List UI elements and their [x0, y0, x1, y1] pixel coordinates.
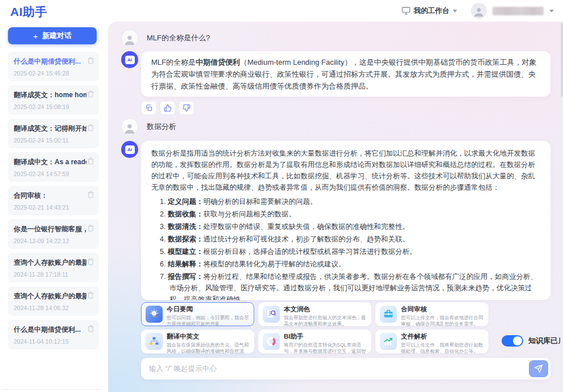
card-text-polish[interactable]: 本文润色 我会帮助您进行您输入的文本润色，提高文本的流畅度和表达效果。 [258, 302, 371, 326]
toggle-switch-on[interactable] [502, 335, 523, 347]
card-desc: 您可以问我，例如：今日要闻，我会尽力提供准确和可靠的答案。 [167, 315, 249, 327]
chat-panel: MLF的全称是什么? AI MLF的全称是中期借贷便利（Medium-term … [108, 22, 563, 392]
card-file-parse[interactable]: 文件解析 您可以上传文件，我将帮助您进行如数据处理、信息检索、自动化办公等。 [375, 330, 489, 353]
conversation-title: 翻译成中文：As a reader... [14, 157, 86, 167]
conversation-title: 什么是中期借贷便利... [14, 57, 86, 66]
user-message: MLF的全称是什么? [121, 30, 210, 47]
trash-icon[interactable] [87, 57, 94, 64]
conversation-item[interactable]: 翻译成英文：home home 2025-02-24 15:08:19 [8, 85, 99, 115]
user-avatar [121, 118, 138, 135]
conversation-title: 查询个人存款账户的最新... [14, 291, 86, 301]
feature-cards: 今日要闻 您可以问我，例如：今日要闻，我会尽力提供准确和可靠的答案。 本文润色 … [141, 302, 489, 353]
card-desc: 将用户的自然语言转化为SQL查询语句，并直接与数据库进行交互，返回智能推荐的图表… [284, 342, 366, 354]
list-item: 3. 数据清洗：处理数据中的错误、重复或缺失值，确保数据的准确性和完整性。 [160, 221, 540, 232]
sidebar-divider [1, 389, 102, 390]
doc-polish-icon [263, 306, 280, 323]
ai-steps-list: 1. 定义问题：明确分析的目标和需要解决的问题。 2. 数据收集：获取与分析问题… [151, 196, 540, 300]
conversation-date: 2025-02-24 14:57:59 [14, 170, 93, 177]
card-desc: 我会帮助您进行您输入的文本润色，提高文本的流畅度和表达效果。 [284, 315, 366, 327]
conversation-date: 2025-02-24 15:00:11 [14, 137, 93, 144]
top-header: AI助手 我的工作台 [0, 0, 563, 22]
card-contract-review[interactable]: 合同审核 您可以上传文件，我会有效地进行合同审核，确保合同满足您的业务需求。 [375, 302, 489, 326]
person-icon [473, 6, 485, 18]
conversation-item[interactable]: 什么是中期借贷便利... 2025-02-24 15:45:28 [8, 52, 99, 81]
conversation-title: 翻译成英文：home home [14, 90, 86, 100]
sidebar: + 新建对话 什么是中期借贷便利... 2025-02-24 15:45:28 … [0, 22, 108, 392]
ai-avatar: AI [121, 141, 138, 158]
trash-icon[interactable] [87, 90, 94, 98]
conversation-date: 2025-02-24 15:08:19 [14, 103, 93, 110]
trash-icon[interactable] [87, 258, 94, 265]
app-logo: AI助手 [10, 4, 47, 20]
avatar[interactable] [471, 3, 487, 19]
conversation-title: 什么是中期借贷便利... [14, 325, 86, 335]
ai-avatar: AI [121, 51, 138, 68]
copy-icon [145, 104, 153, 112]
conversation-item[interactable]: 什么是中期借贷便利... 2024-11-04 10:12:15 [8, 320, 99, 349]
conversation-date: 2024-12-09 14:22:12 [14, 237, 93, 244]
new-chat-button[interactable]: + 新建对话 [8, 27, 97, 44]
scrollbar-thumb[interactable] [561, 23, 563, 97]
conversation-item[interactable]: 合同审核： 2025-02-21 14:43:21 [8, 186, 99, 215]
plus-icon: + [33, 31, 38, 41]
ai-message-text: MLF的全称是 [151, 58, 196, 66]
ai-message: 数据分析是指用适当的统计分析方法对收集来的大量数据进行分析，将它们加以汇总和理解… [141, 141, 550, 300]
workspace-label: 我的工作台 [414, 6, 450, 16]
card-translate[interactable]: 翻译中英文 我会旨在保留原始信息的含义、语气和风格，以确保翻译的准确性和自然流畅… [141, 330, 254, 353]
copy-button[interactable] [141, 101, 156, 115]
chevron-down-icon [453, 10, 457, 12]
conversation-title: 翻译成英文：记得刚开始... [14, 124, 86, 134]
conversation-item[interactable]: 翻译成中文：As a reader... 2025-02-24 14:57:59 [8, 152, 99, 182]
list-item: 2. 数据收集：获取与分析问题相关的数据。 [160, 208, 540, 220]
conversation-date: 2025-02-24 15:45:28 [14, 70, 93, 77]
card-title: 今日要闻 [167, 306, 249, 313]
username-redacted[interactable] [492, 7, 544, 15]
send-button[interactable] [529, 360, 548, 377]
ai-avatar-row: AI [121, 51, 138, 68]
conversation-date: 2024-11-04 10:12:15 [14, 338, 93, 345]
message-input-bar [141, 358, 550, 380]
person-icon [123, 122, 136, 135]
list-item: 6. 结果解释：将模型的结果转化为易于理解的结论或建议。 [160, 258, 540, 270]
conversation-item[interactable]: 你是一位银行智能客服，... 2024-12-09 14:22:12 [8, 219, 99, 249]
card-today-news[interactable]: 今日要闻 您可以问我，例如：今日要闻，我会尽力提供准确和可靠的答案。 [141, 302, 254, 326]
thumbs-down-button[interactable] [179, 101, 194, 115]
card-desc: 我会旨在保留原始信息的含义、语气和风格，以确保翻译的准确性和自然流畅。 [167, 342, 249, 354]
new-chat-label: 新建对话 [42, 31, 72, 41]
trash-icon[interactable] [87, 157, 94, 165]
conversation-date: 2025-02-21 14:43:21 [14, 204, 93, 211]
conversation-list: 什么是中期借贷便利... 2025-02-24 15:45:28 翻译成英文：h… [8, 52, 99, 349]
trash-icon[interactable] [87, 224, 94, 232]
workspace-menu[interactable]: 我的工作台 [401, 6, 458, 16]
thumbs-down-icon [183, 104, 191, 112]
knowledge-base-label: 知识库已启用 [528, 336, 563, 346]
message-input[interactable] [149, 365, 529, 373]
trash-icon[interactable] [87, 291, 94, 299]
scrollbar[interactable] [560, 22, 563, 392]
conversation-item[interactable]: 查询个人存款账户的最新... 2024-11-28 14:06:32 [8, 286, 99, 316]
card-bi-assistant[interactable]: BI助手 将用户的自然语言转化为SQL查询语句，并直接与数据库进行交互，返回智能… [258, 330, 371, 353]
ai-message-bold: 中期借贷便利 [196, 58, 240, 66]
thumbs-up-icon [164, 104, 172, 112]
app-window: AI助手 我的工作台 + 新建对话 什么是中期借贷便利... 2025-02-2… [0, 0, 563, 392]
conversation-item[interactable]: 翻译成英文：记得刚开始... 2025-02-24 15:00:11 [8, 119, 99, 148]
trash-icon[interactable] [87, 325, 94, 332]
ai-message: MLF的全称是中期借贷便利（Medium-term Lending Facili… [141, 51, 550, 97]
card-title: 本文润色 [284, 306, 366, 313]
message-actions [141, 101, 194, 115]
person-icon [123, 34, 136, 46]
ai-avatar-row: AI [121, 141, 138, 158]
ai-message-intro: 数据分析是指用适当的统计分析方法对收集来的大量数据进行分析，将它们加以汇总和理解… [151, 148, 540, 193]
thumbs-up-button[interactable] [160, 101, 175, 115]
trash-icon[interactable] [87, 124, 94, 131]
list-item: 1. 定义问题：明确分析的目标和需要解决的问题。 [160, 196, 540, 207]
translate-icon [146, 333, 163, 350]
knowledge-base-toggle[interactable]: 知识库已启用 [502, 335, 563, 347]
conversation-item[interactable]: 查询个人存款账户的最新... 2024-11-28 17:18:11 [8, 253, 99, 282]
card-desc: 您可以上传文件，我将帮助您进行如数据处理、信息检索、自动化办公等。 [401, 342, 483, 354]
monitor-icon [401, 6, 411, 15]
user-message: 数据分析 [121, 118, 176, 135]
ai-logo-icon: AI [125, 145, 135, 154]
trash-icon[interactable] [87, 191, 94, 198]
send-icon [534, 364, 543, 373]
